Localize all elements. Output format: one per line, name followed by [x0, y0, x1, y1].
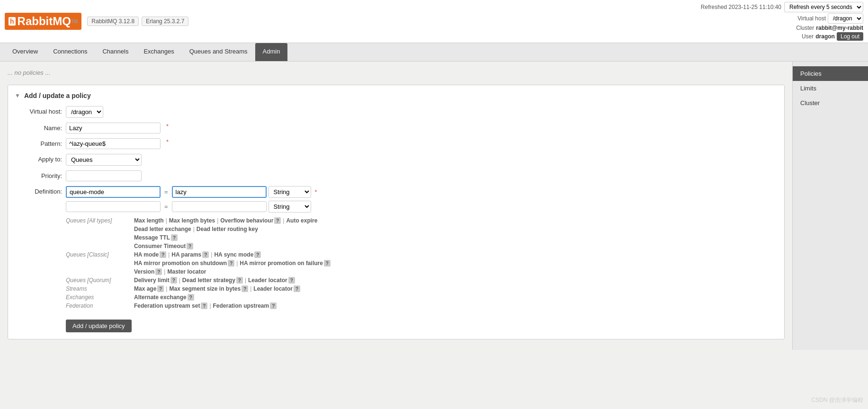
- logo-icon: h: [9, 17, 16, 26]
- hints-queues-classic-label: Queues [Classic]: [66, 251, 132, 258]
- hint-dead-letter-routing-key[interactable]: Dead letter routing key: [197, 226, 258, 232]
- hint-max-length[interactable]: Max length: [134, 217, 164, 224]
- nav-queues[interactable]: Queues and Streams: [182, 43, 255, 61]
- message-ttl-help-badge[interactable]: ?: [171, 234, 178, 241]
- max-segment-help-badge[interactable]: ?: [242, 285, 248, 292]
- cluster-value: rabbit@my-rabbit: [816, 25, 863, 31]
- hints-queues-all-label: Queues [All types]: [66, 217, 132, 224]
- hints-consumer-timeout-links: Consumer Timeout ?: [134, 243, 193, 249]
- hints-queues-quorum: Queues [Quorum] Delivery limit ? | Dead …: [66, 277, 778, 284]
- hints-queues-all-links: Max length | Max length bytes | Overflow…: [134, 217, 317, 224]
- hint-consumer-timeout[interactable]: Consumer Timeout: [134, 243, 186, 249]
- hint-max-segment-size[interactable]: Max segment size in bytes: [169, 285, 241, 292]
- hint-federation-upstream[interactable]: Federation upstream: [213, 302, 269, 309]
- main-layout: ... no policies ... ▼ Add / update a pol…: [0, 62, 868, 350]
- hint-ha-mirror-promotion-shutdown[interactable]: HA mirror promotion on shutdown: [134, 260, 227, 267]
- logout-button[interactable]: Log out: [837, 32, 863, 41]
- overflow-help-badge[interactable]: ?: [274, 217, 281, 224]
- hint-quorum-leader-locator[interactable]: Leader locator: [248, 277, 287, 284]
- sidebar: Policies Limits Cluster: [792, 62, 868, 350]
- user-row: User dragon Log out: [802, 32, 863, 41]
- hint-overflow-behaviour[interactable]: Overflow behaviour: [220, 217, 273, 224]
- def-type-select-2[interactable]: String Number Boolean List: [268, 201, 311, 213]
- vhost-label: Virtual host:: [15, 106, 62, 115]
- hint-dead-letter-strategy[interactable]: Dead letter strategy: [182, 277, 235, 284]
- sidebar-item-cluster[interactable]: Cluster: [793, 96, 868, 110]
- nav-exchanges[interactable]: Exchanges: [136, 43, 181, 61]
- virtual-host-label: Virtual host: [797, 15, 826, 22]
- hints-federation-links: Federation upstream set ? | Federation u…: [134, 302, 277, 309]
- hint-ha-params[interactable]: HA params: [171, 251, 201, 258]
- hint-version[interactable]: Version: [134, 268, 154, 275]
- submit-row: Add / update policy: [66, 316, 778, 332]
- pattern-row: Pattern: *: [15, 138, 778, 149]
- quorum-leader-help-badge[interactable]: ?: [288, 277, 295, 284]
- refresh-select[interactable]: Refresh every 5 seconds No refresh 10 se…: [784, 2, 863, 12]
- ha-shutdown-help-badge[interactable]: ?: [228, 260, 234, 267]
- hints-exchanges-label: Exchanges: [66, 294, 132, 301]
- apply-to-select[interactable]: Queues Exchanges All: [66, 154, 142, 166]
- hints-queues-quorum-links: Delivery limit ? | Dead letter strategy …: [134, 277, 295, 284]
- name-label: Name:: [15, 123, 62, 132]
- hints-ha-mirror: HA mirror promotion on shutdown ? | HA m…: [66, 260, 778, 267]
- def-eq-2: =: [162, 203, 170, 210]
- ha-failure-help-badge[interactable]: ?: [324, 260, 331, 267]
- vhost-select[interactable]: /dragon: [66, 106, 103, 118]
- version-help-badge[interactable]: ?: [155, 268, 162, 275]
- nav-overview[interactable]: Overview: [5, 43, 45, 61]
- toggle-arrow[interactable]: ▼: [15, 92, 20, 99]
- hints-queues-all: Queues [All types] Max length | Max leng…: [66, 217, 778, 224]
- ha-params-help-badge[interactable]: ?: [202, 251, 209, 258]
- ha-mode-help-badge[interactable]: ?: [160, 251, 166, 258]
- add-policy-button[interactable]: Add / update policy: [66, 320, 132, 332]
- def-key-input-2[interactable]: [66, 201, 161, 212]
- hints-streams-label: Streams: [66, 285, 132, 292]
- hint-max-length-bytes[interactable]: Max length bytes: [169, 217, 215, 224]
- nav-channels[interactable]: Channels: [95, 43, 136, 61]
- pattern-label: Pattern:: [15, 138, 62, 147]
- alternate-exchange-help-badge[interactable]: ?: [188, 294, 194, 301]
- def-type-select-1[interactable]: String Number Boolean List: [268, 186, 311, 198]
- definition-label: Definition:: [15, 186, 62, 195]
- hint-ha-sync-mode[interactable]: HA sync mode: [214, 251, 253, 258]
- def-val-input-2[interactable]: [172, 201, 267, 212]
- nav-bar: Overview Connections Channels Exchanges …: [0, 43, 868, 62]
- federation-upstream-set-help-badge[interactable]: ?: [201, 302, 207, 309]
- name-input[interactable]: [66, 123, 161, 133]
- refresh-row: Refreshed 2023-11-25 11:10:40 Refresh ev…: [701, 2, 863, 12]
- hint-stream-leader-locator[interactable]: Leader locator: [253, 285, 293, 292]
- pattern-input[interactable]: [66, 138, 161, 149]
- max-age-help-badge[interactable]: ?: [157, 285, 164, 292]
- ha-sync-mode-help-badge[interactable]: ?: [254, 251, 261, 258]
- nav-connections[interactable]: Connections: [45, 43, 95, 61]
- dead-letter-strategy-help-badge[interactable]: ?: [236, 277, 243, 284]
- hint-federation-upstream-set[interactable]: Federation upstream set: [134, 302, 200, 309]
- stream-leader-help-badge[interactable]: ?: [294, 285, 300, 292]
- user-label: User: [802, 33, 814, 40]
- nav-admin[interactable]: Admin: [255, 43, 288, 61]
- federation-upstream-help-badge[interactable]: ?: [270, 302, 277, 309]
- priority-input[interactable]: [66, 170, 142, 181]
- hint-ha-mode[interactable]: HA mode: [134, 251, 159, 258]
- hints-queues-quorum-label: Queues [Quorum]: [66, 277, 132, 284]
- sidebar-item-limits[interactable]: Limits: [793, 81, 868, 96]
- hint-delivery-limit[interactable]: Delivery limit: [134, 277, 170, 284]
- virtual-host-select[interactable]: /dragon: [828, 13, 863, 24]
- sidebar-item-policies[interactable]: Policies: [793, 66, 868, 81]
- hint-master-locator[interactable]: Master locator: [167, 268, 206, 275]
- hints-dead-letter: Dead letter exchange | Dead letter routi…: [66, 226, 778, 232]
- hint-ha-mirror-promotion-failure[interactable]: HA mirror promotion on failure: [240, 260, 323, 267]
- hints-exchanges: Exchanges Alternate exchange ?: [66, 294, 778, 301]
- delivery-limit-help-badge[interactable]: ?: [170, 277, 177, 284]
- content-area: ... no policies ... ▼ Add / update a pol…: [0, 62, 792, 350]
- logo-area: h RabbitMQ TM RabbitMQ 3.12.8 Erlang 25.…: [5, 13, 188, 30]
- hint-max-age[interactable]: Max age: [134, 285, 156, 292]
- hint-alternate-exchange[interactable]: Alternate exchange: [134, 294, 187, 301]
- hint-dead-letter-exchange[interactable]: Dead letter exchange: [134, 226, 191, 232]
- consumer-timeout-help-badge[interactable]: ?: [187, 243, 193, 249]
- def-eq-1: =: [162, 188, 170, 196]
- def-val-input-1[interactable]: [172, 186, 267, 198]
- def-key-input-1[interactable]: [66, 186, 161, 198]
- hint-message-ttl[interactable]: Message TTL: [134, 234, 170, 241]
- hint-auto-expire[interactable]: Auto expire: [286, 217, 317, 224]
